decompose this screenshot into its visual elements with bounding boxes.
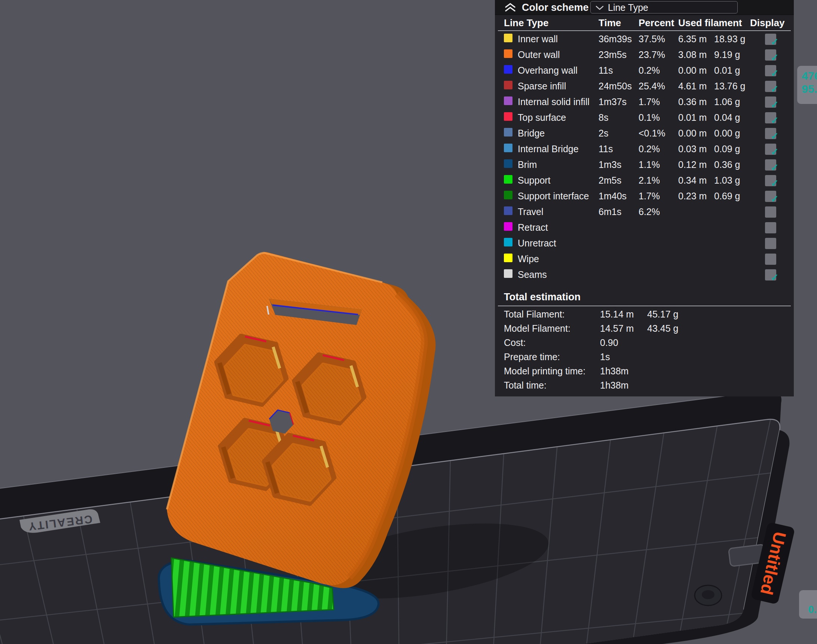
estimation-value-1: 1s [600, 351, 610, 362]
table-row: Brim1m3s1.1%0.12 m0.36 g✓ [495, 157, 794, 172]
panel-title: Color scheme [522, 2, 589, 14]
check-icon: ✓ [771, 68, 779, 79]
line-type-percent: 23.7% [639, 49, 665, 60]
line-type-label: Brim [518, 159, 537, 170]
display-checkbox[interactable]: ✓ [765, 128, 776, 139]
line-type-color-swatch [504, 238, 513, 247]
estimation-value-2: 43.45 g [647, 323, 678, 334]
scale-value: 95.2 [802, 83, 817, 96]
check-icon: ✓ [771, 272, 779, 283]
total-estimation-title: Total estimation [504, 291, 580, 303]
estimation-label: Cost: [504, 337, 525, 348]
line-type-percent: 37.5% [639, 34, 665, 44]
line-type-time: 24m50s [599, 81, 632, 92]
line-type-time: 23m5s [599, 49, 627, 60]
used-filament-length: 0.00 m [678, 128, 706, 139]
estimation-label: Model printing time: [504, 366, 585, 377]
estimation-label: Prepare time: [504, 351, 560, 362]
line-type-time: 1m3s [599, 159, 621, 170]
estimation-label: Model Filament: [504, 323, 570, 334]
slicer-preview-window: CREALITY Untitled 476 95.2 1 0.2 [0, 0, 817, 644]
line-type-color-swatch [504, 222, 513, 231]
line-type-label: Retract [518, 222, 548, 233]
table-row: Unretract [495, 235, 794, 251]
display-checkbox[interactable]: ✓ [765, 49, 776, 61]
display-checkbox[interactable]: ✓ [765, 159, 776, 170]
display-checkbox[interactable]: ✓ [765, 34, 776, 45]
line-type-percent: 0.1% [639, 112, 660, 123]
chevron-down-icon [596, 6, 604, 10]
col-time: Time [599, 17, 621, 29]
estimation-row: Total time:1h38m [495, 379, 794, 393]
line-type-color-swatch [504, 144, 513, 152]
line-type-percent: 0.2% [639, 144, 660, 155]
display-checkbox[interactable]: ✓ [765, 269, 776, 281]
check-icon: ✓ [771, 115, 779, 126]
check-icon: ✓ [771, 130, 779, 142]
table-row: Inner wall36m39s37.5%6.35 m18.93 g✓ [495, 31, 794, 47]
line-type-percent: <0.1% [639, 128, 665, 139]
display-checkbox[interactable] [765, 253, 776, 265]
used-filament-length: 6.35 m [678, 34, 706, 44]
col-display: Display [750, 17, 785, 29]
used-filament-weight: 0.04 g [714, 112, 740, 123]
display-checkbox[interactable]: ✓ [765, 97, 776, 108]
used-filament-weight: 0.69 g [714, 191, 740, 202]
table-row: Retract [495, 219, 794, 235]
used-filament-length: 0.23 m [678, 191, 706, 202]
display-checkbox[interactable] [765, 238, 776, 249]
line-type-color-swatch [504, 253, 513, 262]
line-type-time: 1m37s [599, 97, 627, 107]
scale-value: 476 [802, 69, 817, 83]
line-type-percent: 6.2% [639, 207, 660, 217]
used-filament-length: 0.03 m [678, 144, 706, 155]
line-type-label: Seams [518, 269, 547, 280]
line-type-time: 2s [599, 128, 608, 139]
table-row: Overhang wall11s0.2%0.00 m0.01 g✓ [495, 63, 794, 78]
line-type-color-swatch [504, 97, 513, 105]
display-checkbox[interactable]: ✓ [765, 191, 776, 202]
display-checkbox[interactable]: ✓ [765, 112, 776, 123]
line-type-color-swatch [504, 207, 513, 215]
line-type-label: Sparse infill [518, 81, 566, 92]
scale-value: 1 [799, 592, 817, 604]
display-checkbox[interactable]: ✓ [765, 65, 776, 76]
table-row: Wipe [495, 251, 794, 267]
display-checkbox[interactable]: ✓ [765, 175, 776, 186]
line-type-label: Outer wall [518, 49, 560, 60]
display-checkbox[interactable] [765, 207, 776, 218]
line-type-time: 6m1s [599, 207, 621, 217]
plate-knob-socket [702, 590, 714, 599]
used-filament-length: 4.61 m [678, 81, 706, 92]
line-type-percent: 1.7% [639, 97, 660, 107]
line-type-label: Unretract [518, 238, 556, 249]
check-icon: ✓ [771, 193, 779, 205]
line-type-color-swatch [504, 159, 513, 168]
used-filament-weight: 0.36 g [714, 159, 740, 170]
table-row: Support interface1m40s1.7%0.23 m0.69 g✓ [495, 188, 794, 204]
line-type-label: Travel [518, 207, 544, 217]
dropdown-value: Line Type [608, 2, 648, 13]
estimation-label: Total time: [504, 380, 547, 391]
line-type-color-swatch [504, 65, 513, 74]
table-row: Internal solid infill1m37s1.7%0.36 m1.06… [495, 94, 794, 110]
color-scheme-dropdown[interactable]: Line Type [590, 1, 738, 14]
used-filament-weight: 1.06 g [714, 97, 740, 107]
check-icon: ✓ [771, 36, 779, 48]
line-type-label: Internal solid infill [518, 97, 590, 107]
line-type-label: Top surface [518, 112, 566, 123]
display-checkbox[interactable]: ✓ [765, 81, 776, 92]
estimation-value-1: 0.90 [600, 337, 618, 348]
used-filament-weight: 9.19 g [714, 49, 740, 60]
estimation-row: Prepare time:1s [495, 350, 794, 364]
display-checkbox[interactable]: ✓ [765, 144, 776, 155]
display-checkbox[interactable] [765, 222, 776, 233]
line-type-percent: 1.1% [639, 159, 660, 170]
table-row: Seams✓ [495, 267, 794, 282]
estimation-row: Cost:0.90 [495, 336, 794, 350]
check-icon: ✓ [771, 178, 779, 189]
line-type-time: 11s [599, 65, 613, 76]
check-icon: ✓ [771, 162, 779, 173]
line-type-label: Overhang wall [518, 65, 577, 76]
collapse-panel-icon[interactable] [505, 3, 516, 12]
